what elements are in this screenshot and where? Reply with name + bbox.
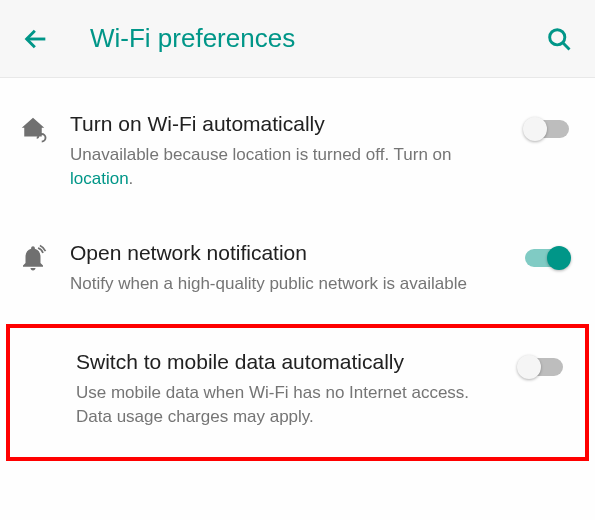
open-network-toggle[interactable] xyxy=(525,249,569,267)
setting-content: Switch to mobile data automatically Use … xyxy=(76,348,513,429)
setting-title: Turn on Wi-Fi automatically xyxy=(70,110,499,137)
auto-wifi-toggle[interactable] xyxy=(525,120,569,138)
setting-auto-wifi[interactable]: Turn on Wi-Fi automatically Unavailable … xyxy=(0,86,595,215)
subtitle-text: Unavailable because location is turned o… xyxy=(70,145,452,164)
app-header: Wi-Fi preferences xyxy=(0,0,595,78)
location-link[interactable]: location xyxy=(70,169,129,188)
home-refresh-icon xyxy=(18,110,70,144)
search-icon[interactable] xyxy=(543,23,575,55)
setting-subtitle: Notify when a high-quality public networ… xyxy=(70,272,499,296)
toggle-container xyxy=(513,348,569,376)
bell-signal-icon xyxy=(18,239,70,273)
setting-content: Turn on Wi-Fi automatically Unavailable … xyxy=(70,110,519,191)
setting-mobile-data[interactable]: Switch to mobile data automatically Use … xyxy=(10,328,585,457)
subtitle-text: . xyxy=(129,169,134,188)
highlight-box: Switch to mobile data automatically Use … xyxy=(6,324,589,461)
empty-icon xyxy=(24,348,76,352)
toggle-container xyxy=(519,110,575,138)
setting-subtitle: Unavailable because location is turned o… xyxy=(70,143,499,191)
toggle-container xyxy=(519,239,575,267)
page-title: Wi-Fi preferences xyxy=(90,23,543,54)
setting-title: Switch to mobile data automatically xyxy=(76,348,493,375)
settings-list: Turn on Wi-Fi automatically Unavailable … xyxy=(0,78,595,461)
setting-title: Open network notification xyxy=(70,239,499,266)
setting-open-network[interactable]: Open network notification Notify when a … xyxy=(0,215,595,320)
back-arrow-icon[interactable] xyxy=(20,23,52,55)
setting-subtitle: Use mobile data when Wi-Fi has no Intern… xyxy=(76,381,493,429)
svg-line-2 xyxy=(563,43,569,49)
setting-content: Open network notification Notify when a … xyxy=(70,239,519,296)
mobile-data-toggle[interactable] xyxy=(519,358,563,376)
svg-point-1 xyxy=(550,29,565,44)
